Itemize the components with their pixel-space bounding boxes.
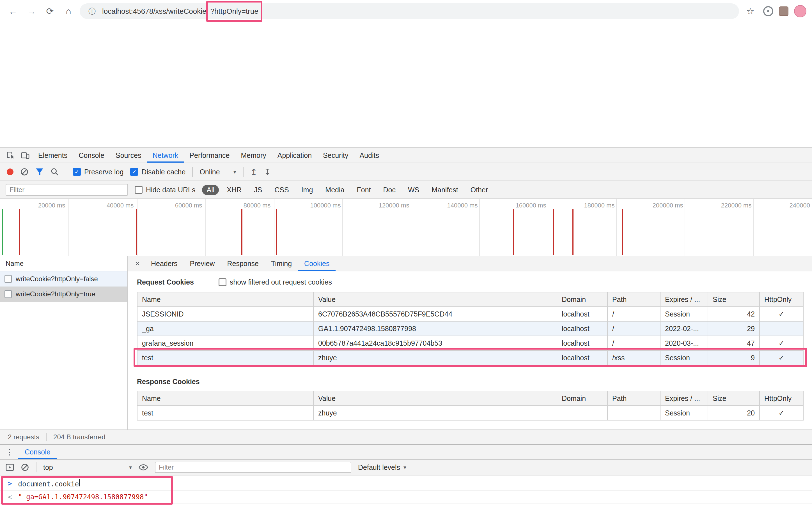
console-toolbar: top ▾ Default levels ▾ xyxy=(0,460,812,476)
col-expires[interactable]: Expires / ... xyxy=(660,292,708,307)
col-path[interactable]: Path xyxy=(607,292,660,307)
type-filter-all[interactable]: All xyxy=(202,185,219,195)
type-filter-manifest[interactable]: Manifest xyxy=(427,185,462,195)
type-filter-ws[interactable]: WS xyxy=(404,185,424,195)
tab-performance[interactable]: Performance xyxy=(184,148,235,163)
type-filter-js[interactable]: JS xyxy=(249,185,267,195)
console-input-line[interactable]: > document.cookie xyxy=(0,477,812,490)
search-icon[interactable] xyxy=(51,168,59,176)
timeline-label: 60000 ms xyxy=(160,202,217,209)
timeline-label: 160000 ms xyxy=(503,202,559,209)
execution-context-dropdown[interactable]: top ▾ xyxy=(43,463,132,471)
cookie-row-test[interactable]: test zhuye localhost /xss Session 9 ✓ xyxy=(137,350,803,365)
preserve-log-checkbox[interactable]: ✓ xyxy=(73,168,81,176)
cookie-row-ga[interactable]: _ga GA1.1.907472498.1580877998 localhost… xyxy=(137,321,803,336)
profile-avatar[interactable] xyxy=(794,5,806,17)
filter-funnel-icon[interactable] xyxy=(35,168,44,176)
cookie-domain: localhost xyxy=(557,307,607,321)
address-bar[interactable]: ⓘ localhost:45678/xss/writeCookie?httpOn… xyxy=(80,3,739,19)
table-header-row: Name Value Domain Path Expires / ... Siz… xyxy=(137,292,803,307)
drawer-tab-console[interactable]: Console xyxy=(18,445,57,459)
forward-button[interactable]: → xyxy=(24,4,39,19)
inspect-element-icon[interactable] xyxy=(3,148,18,163)
disable-cache-checkbox[interactable]: ✓ xyxy=(130,168,138,176)
cookie-domain xyxy=(557,406,607,420)
hide-data-urls-checkbox[interactable] xyxy=(135,186,142,194)
details-tab-headers[interactable]: Headers xyxy=(145,256,184,271)
network-filter-input[interactable] xyxy=(6,184,128,196)
col-name[interactable]: Name xyxy=(137,391,313,406)
details-tabbar: × Headers Preview Response Timing Cookie… xyxy=(128,256,812,272)
col-value[interactable]: Value xyxy=(313,292,557,307)
col-expires[interactable]: Expires / ... xyxy=(660,391,708,406)
throttling-dropdown[interactable]: Online ▾ xyxy=(199,168,236,176)
type-filter-other[interactable]: Other xyxy=(466,185,493,195)
network-overview-timeline[interactable]: 20000 ms 40000 ms 60000 ms 80000 ms 1000… xyxy=(0,199,812,256)
request-row[interactable]: writeCookie?httpOnly=false xyxy=(0,272,128,286)
tab-network[interactable]: Network xyxy=(147,148,184,163)
reload-button[interactable]: ⟳ xyxy=(43,4,57,19)
browser-window: ← → ⟳ ⌂ ⓘ localhost:45678/xss/writeCooki… xyxy=(0,0,812,522)
kebab-menu-icon[interactable]: ⋮ xyxy=(3,445,16,459)
tab-security[interactable]: Security xyxy=(317,148,354,163)
eye-icon[interactable] xyxy=(139,464,148,471)
col-httponly[interactable]: HttpOnly xyxy=(759,292,803,307)
col-value[interactable]: Value xyxy=(313,391,557,406)
request-list-header[interactable]: Name xyxy=(0,256,128,272)
cookie-row-grafana[interactable]: grafana_session 00b65787a441a24ca18c915b… xyxy=(137,336,803,350)
details-tab-response[interactable]: Response xyxy=(221,256,265,271)
col-size[interactable]: Size xyxy=(708,292,759,307)
import-har-icon[interactable]: ↥ xyxy=(250,167,257,177)
type-filter-img[interactable]: Img xyxy=(297,185,317,195)
col-domain[interactable]: Domain xyxy=(557,391,607,406)
tab-console[interactable]: Console xyxy=(73,148,110,163)
request-row-selected[interactable]: writeCookie?httpOnly=true xyxy=(0,286,128,302)
bookmark-star-icon[interactable]: ☆ xyxy=(743,4,758,19)
tab-audits[interactable]: Audits xyxy=(354,148,384,163)
col-domain[interactable]: Domain xyxy=(557,292,607,307)
close-details-icon[interactable]: × xyxy=(130,256,145,271)
tab-sources[interactable]: Sources xyxy=(110,148,147,163)
cookie-name: JSESSIONID xyxy=(137,307,313,321)
log-levels-dropdown[interactable]: Default levels ▾ xyxy=(358,463,406,471)
toolbar-separator xyxy=(192,167,193,177)
tab-memory[interactable]: Memory xyxy=(235,148,272,163)
device-toolbar-icon[interactable] xyxy=(18,148,33,163)
tab-elements[interactable]: Elements xyxy=(33,148,73,163)
col-size[interactable]: Size xyxy=(708,391,759,406)
console-filter-input[interactable] xyxy=(155,462,351,473)
export-har-icon[interactable]: ↧ xyxy=(264,167,271,177)
type-filter-doc[interactable]: Doc xyxy=(379,185,400,195)
console-result-icon: < xyxy=(8,493,12,501)
cookie-row-jsessionid[interactable]: JSESSIONID 6C7076B2653A48CB55576D75F9E5C… xyxy=(137,307,803,321)
col-httponly[interactable]: HttpOnly xyxy=(759,391,803,406)
clear-icon[interactable] xyxy=(20,168,28,176)
type-filter-xhr[interactable]: XHR xyxy=(222,185,246,195)
show-filtered-checkbox[interactable] xyxy=(218,278,227,286)
site-info-icon[interactable]: ⓘ xyxy=(87,4,97,19)
home-button[interactable]: ⌂ xyxy=(61,4,76,19)
transferred-size: 204 B transferred xyxy=(53,433,105,441)
tab-application[interactable]: Application xyxy=(272,148,317,163)
console-sidebar-icon[interactable] xyxy=(6,464,14,471)
col-name[interactable]: Name xyxy=(137,292,313,307)
console-messages[interactable]: > document.cookie < "_ga=GA1.1.907472498… xyxy=(0,476,812,522)
back-button[interactable]: ← xyxy=(6,4,20,19)
record-button[interactable] xyxy=(7,168,14,175)
cookie-value: zhuye xyxy=(313,406,557,420)
timeline-label: 140000 ms xyxy=(434,202,490,209)
extension-icon[interactable] xyxy=(763,6,773,16)
details-tab-cookies[interactable]: Cookies xyxy=(298,256,335,271)
details-tab-preview[interactable]: Preview xyxy=(184,256,221,271)
type-filter-font[interactable]: Font xyxy=(352,185,375,195)
page-content xyxy=(0,22,812,147)
timeline-dcl-marker xyxy=(2,209,3,255)
type-filter-media[interactable]: Media xyxy=(321,185,349,195)
cookie-size: 9 xyxy=(708,350,759,365)
response-cookie-row-test[interactable]: test zhuye Session 20 ✓ xyxy=(137,406,803,420)
clear-console-icon[interactable] xyxy=(21,463,29,471)
details-tab-timing[interactable]: Timing xyxy=(265,256,298,271)
extension-icon-2[interactable] xyxy=(779,6,789,16)
col-path[interactable]: Path xyxy=(607,391,660,406)
type-filter-css[interactable]: CSS xyxy=(270,185,293,195)
